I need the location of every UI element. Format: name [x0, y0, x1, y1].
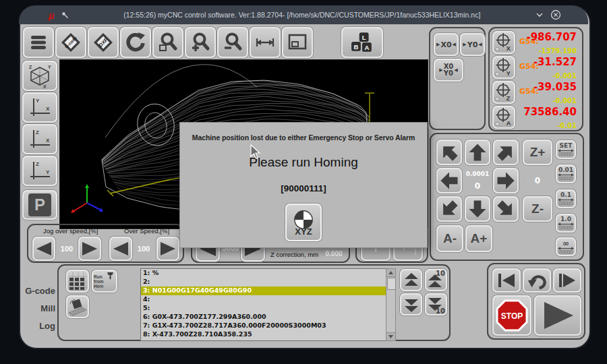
iso-cube-icon: Z Y X — [27, 63, 53, 89]
zoom-out-button[interactable] — [217, 27, 248, 58]
jog-right-button[interactable] — [493, 168, 519, 193]
zoom-in-icon — [190, 32, 210, 53]
view-iso-button[interactable]: Z Y X — [22, 61, 57, 91]
speed-override-panel: Jog over speed,[%] 100 Over Speed,[%] 10… — [27, 224, 184, 263]
home-a-button[interactable]: A — [492, 106, 515, 129]
step-continuous-button[interactable]: ∞ — [556, 237, 576, 256]
step-label: ∞ — [562, 240, 569, 247]
dro-value: -986.707 — [526, 31, 577, 43]
open-dxf-button[interactable]: DXF — [88, 27, 119, 58]
run-from-here-button[interactable]: Run from Here — [92, 270, 117, 293]
view-xz-button[interactable]: Z X — [22, 124, 57, 154]
step-label: 0.01 — [558, 167, 573, 173]
gcode-scrollbar[interactable] — [386, 268, 396, 341]
gcode-line[interactable]: 6: G0X-473.700Z177.299A360.000 — [141, 313, 386, 322]
step-value: 0.0001 — [466, 171, 490, 177]
zero-y-button[interactable]: ▶Y0◀ — [460, 33, 485, 56]
play-button[interactable] — [534, 295, 581, 336]
park-button[interactable]: P — [22, 190, 57, 220]
rotate-workpiece-icon — [68, 297, 87, 316]
home-x-button[interactable]: X — [492, 31, 515, 54]
tab-gcode[interactable]: G-code — [20, 286, 55, 296]
scrollbar-thumb[interactable] — [387, 278, 396, 290]
scroll-up-button[interactable] — [400, 269, 422, 291]
minimize-chevron-icon[interactable] — [536, 11, 544, 18]
close-icon[interactable] — [550, 9, 561, 20]
view-zy-button[interactable]: Z Y — [22, 156, 57, 186]
tab-log[interactable]: Log — [20, 321, 55, 331]
gcode-line[interactable]: 2: — [141, 278, 386, 286]
jog-se-button[interactable] — [493, 196, 519, 222]
view-xy-button[interactable]: Y X — [22, 92, 57, 123]
gcode-panel: Run from Here 1: % 2: 3: N01G00G17G40G49… — [57, 264, 451, 341]
run-control-panel: STOP — [487, 263, 585, 340]
jog-sw-button[interactable] — [436, 196, 462, 222]
scroll-down-10-button[interactable]: 10 — [425, 293, 447, 315]
rewind-to-start-button[interactable] — [492, 268, 521, 293]
home-xyz-label: XYZ — [295, 226, 312, 237]
gcode-line[interactable]: 4: — [141, 295, 386, 304]
step-set-button[interactable]: SET — [556, 140, 576, 159]
tab-mill[interactable]: Mill — [20, 303, 55, 313]
step-10-button[interactable]: 1.0 — [556, 214, 576, 233]
reload-button[interactable] — [120, 27, 151, 58]
scrollbar-up-arrow[interactable] — [386, 269, 395, 277]
gcode-line[interactable]: 3: N01G00G17G40G49G80G90 — [141, 286, 386, 295]
zy-plane-icon: Z Y — [27, 158, 53, 184]
gcode-list[interactable]: 1: % 2: 3: N01G00G17G40G49G80G90 4: 5: 6… — [140, 268, 387, 341]
jog-z-plus-button[interactable]: Z+ — [523, 140, 552, 165]
jog-ne-button[interactable] — [493, 140, 519, 165]
zero-xy-button[interactable]: ▶ X0Y0 ◀ — [434, 59, 463, 82]
reset-button[interactable] — [523, 268, 551, 293]
over-speed-value: 100 — [134, 245, 154, 253]
measure-button[interactable] — [250, 27, 281, 58]
over-speed-down-button[interactable] — [109, 237, 132, 261]
over-speed-up-button[interactable] — [156, 237, 179, 261]
scroll-down-button[interactable] — [400, 293, 422, 315]
jog-a-minus-button[interactable]: A- — [436, 225, 463, 252]
gcode-folder-icon: G-code — [61, 32, 81, 53]
spindle-tool-icon — [106, 272, 115, 280]
scrollbar-down-arrow[interactable] — [386, 332, 395, 340]
jog-nw-button[interactable] — [436, 140, 462, 165]
jog-down-button[interactable] — [465, 196, 490, 222]
pin-icon[interactable] — [61, 11, 69, 19]
stop-button[interactable]: STOP — [492, 295, 531, 336]
dro-sub-value: -1379.190 — [538, 47, 577, 55]
zero-x-button[interactable]: ▶X0◀ — [434, 33, 459, 56]
step-forward-button[interactable] — [553, 268, 581, 293]
hotkeys-button[interactable]: L B A — [341, 27, 383, 58]
open-gcode-button[interactable]: G-code — [55, 27, 86, 58]
step-001-button[interactable]: 0.01 — [556, 164, 576, 183]
jog-z-minus-button[interactable]: Z- — [523, 196, 552, 222]
jog-up-button[interactable] — [465, 140, 490, 165]
scroll-step-label: 10 — [436, 270, 445, 277]
rotate-workpiece-button[interactable] — [66, 295, 89, 318]
gcode-line[interactable]: 7: G1X-473.700Z28.717A360.000F20000S3000… — [141, 322, 386, 330]
z-value: 0 — [535, 176, 540, 185]
jog-left-button[interactable] — [436, 168, 462, 193]
grid-view-button[interactable] — [66, 270, 89, 293]
step-01-button[interactable]: 0.1 — [556, 189, 576, 208]
zoom-in-button[interactable] — [185, 27, 216, 58]
home-xyz-button[interactable]: XYZ — [285, 204, 322, 241]
main-menu-button[interactable] — [23, 27, 54, 58]
zoom-fit-icon — [158, 32, 178, 53]
ruler-icon — [557, 222, 575, 230]
zoom-fit-button[interactable] — [152, 27, 183, 58]
jog-speed-up-button[interactable] — [78, 237, 101, 261]
gcode-line[interactable]: 1: % — [141, 269, 386, 278]
scroll-up-10-button[interactable]: 10 — [425, 269, 447, 291]
step-label: 1.0 — [560, 216, 571, 222]
jog-speed-value: 100 — [57, 245, 77, 253]
ruler-icon — [557, 247, 575, 254]
crosshair-z-icon: Z — [494, 82, 514, 103]
jog-speed-down-button[interactable] — [32, 237, 55, 261]
svg-text:Z: Z — [29, 65, 32, 69]
jog-a-plus-button[interactable]: A+ — [465, 225, 492, 252]
gcode-line[interactable]: 8: X-473.700Z28.710A358.235 — [141, 330, 386, 339]
view-frame-button[interactable] — [282, 27, 313, 58]
home-z-button[interactable]: Z — [492, 81, 515, 104]
home-y-button[interactable]: Y — [492, 56, 515, 79]
gcode-line[interactable]: 5: — [141, 304, 386, 313]
